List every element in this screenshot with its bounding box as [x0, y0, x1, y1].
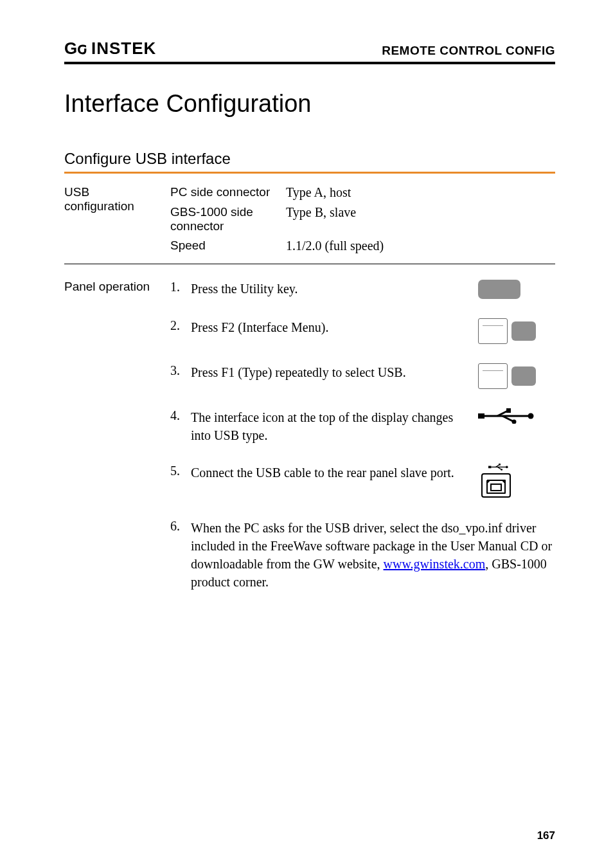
config-value: 1.1/2.0 (full speed): [286, 236, 555, 260]
page-title: Interface Configuration: [64, 90, 555, 118]
config-key: GBS-1000 side connector: [170, 203, 286, 236]
usb-port-icon: [478, 464, 514, 500]
function-key-icon: [511, 366, 536, 386]
section-heading: Configure USB interface: [64, 150, 555, 168]
step-number: 1.: [170, 280, 184, 294]
svg-rect-13: [499, 464, 501, 466]
usb-config-label-line1: USB: [64, 185, 89, 199]
svg-text:ԍ: ԍ: [77, 39, 89, 58]
step-illustration: [478, 363, 555, 389]
usb-config-label-line2: configuration: [64, 199, 134, 213]
svg-rect-10: [488, 466, 492, 469]
step-1: 1. Press the Utility key.: [170, 280, 555, 299]
screen-box-icon: [478, 318, 508, 344]
svg-point-15: [501, 469, 502, 471]
usb-config-label: USB configuration: [64, 183, 170, 260]
page-number: 167: [537, 829, 555, 842]
step-number: 2.: [170, 318, 184, 333]
brand-logo: G ԍ INSTEK: [64, 39, 173, 58]
steps-list: 1. Press the Utility key. 2. Press F2 (I…: [170, 280, 555, 591]
step-3: 3. Press F1 (Type) repeatedly to select …: [170, 363, 555, 389]
config-key: Speed: [170, 236, 286, 260]
step-text: Press F2 (Interface Menu).: [191, 318, 472, 336]
step-4: 4. The interface icon at the top of the …: [170, 408, 555, 444]
header-section-label: REMOTE CONTROL CONFIG: [382, 44, 555, 58]
config-value: Type A, host: [286, 183, 555, 203]
svg-text:INSTEK: INSTEK: [91, 39, 156, 58]
screen-box-icon: [478, 363, 508, 389]
step-6: 6. When the PC asks for the USB driver, …: [170, 519, 555, 591]
step-text: The interface icon at the top of the dis…: [191, 408, 472, 444]
step-text: When the PC asks for the USB driver, sel…: [191, 519, 555, 591]
step-number: 4.: [170, 408, 184, 423]
section-divider: [64, 172, 555, 174]
svg-rect-3: [478, 413, 484, 419]
page-header: G ԍ INSTEK REMOTE CONTROL CONFIG: [64, 39, 555, 64]
step-2: 2. Press F2 (Interface Menu).: [170, 318, 555, 344]
step-illustration: [478, 464, 555, 500]
step-illustration: [478, 408, 555, 424]
svg-text:G: G: [64, 39, 78, 58]
step-text: Press F1 (Type) repeatedly to select USB…: [191, 363, 472, 381]
config-value: Type B, slave: [286, 203, 555, 236]
function-key-icon: [511, 321, 536, 341]
step-number: 3.: [170, 363, 184, 378]
website-link[interactable]: www.gwinstek.com: [384, 557, 486, 571]
utility-key-icon: [478, 280, 520, 299]
table-divider: [64, 264, 555, 264]
usb-icon: [478, 408, 536, 424]
svg-rect-6: [506, 408, 511, 413]
config-key: PC side connector: [170, 183, 286, 203]
usb-config-table: USB configuration PC side connector Type…: [64, 183, 555, 260]
step-illustration: [478, 318, 555, 344]
svg-point-9: [528, 413, 534, 419]
step-number: 5.: [170, 464, 184, 478]
svg-point-16: [506, 466, 508, 469]
step-illustration: [478, 280, 555, 299]
panel-operation-label: Panel operation: [64, 280, 170, 294]
step-text: Press the Utility key.: [191, 280, 472, 298]
panel-operation-block: Panel operation 1. Press the Utility key…: [64, 280, 555, 591]
step-5: 5. Connect the USB cable to the rear pan…: [170, 464, 555, 500]
step-text: Connect the USB cable to the rear panel …: [191, 464, 472, 482]
svg-rect-18: [491, 484, 501, 491]
step-number: 6.: [170, 519, 184, 534]
